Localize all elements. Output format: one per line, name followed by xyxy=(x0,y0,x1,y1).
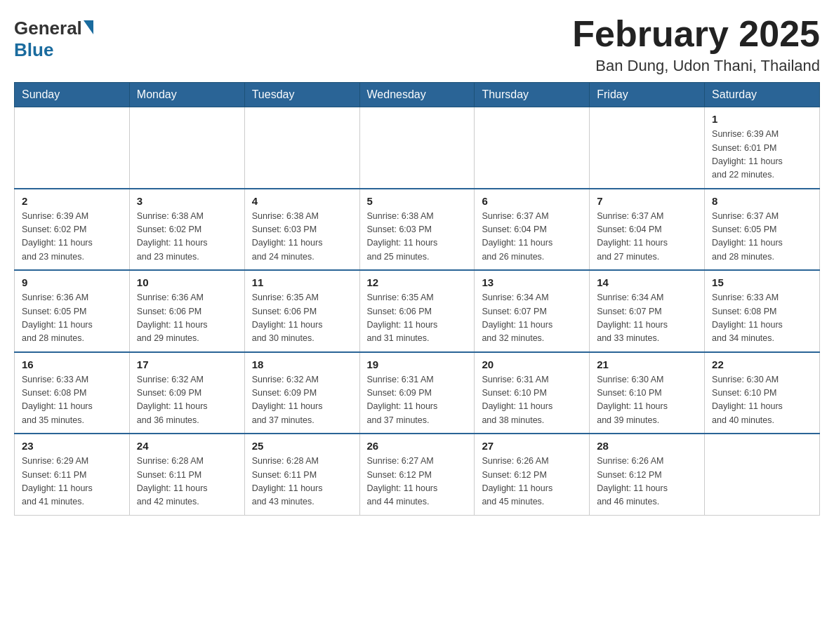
logo-general-text: General xyxy=(14,18,82,39)
table-row: 23Sunrise: 6:29 AM Sunset: 6:11 PM Dayli… xyxy=(15,434,130,515)
day-number: 18 xyxy=(252,358,352,370)
day-info: Sunrise: 6:28 AM Sunset: 6:11 PM Dayligh… xyxy=(252,455,352,509)
table-row: 13Sunrise: 6:34 AM Sunset: 6:07 PM Dayli… xyxy=(475,270,590,352)
day-number: 1 xyxy=(712,113,812,125)
col-saturday: Saturday xyxy=(705,83,820,107)
table-row: 17Sunrise: 6:32 AM Sunset: 6:09 PM Dayli… xyxy=(129,352,244,434)
day-number: 19 xyxy=(367,358,468,370)
table-row: 10Sunrise: 6:36 AM Sunset: 6:06 PM Dayli… xyxy=(129,270,244,352)
calendar-week-row: 9Sunrise: 6:36 AM Sunset: 6:05 PM Daylig… xyxy=(15,270,820,352)
day-number: 23 xyxy=(22,440,122,452)
day-info: Sunrise: 6:33 AM Sunset: 6:08 PM Dayligh… xyxy=(22,373,122,428)
day-info: Sunrise: 6:31 AM Sunset: 6:09 PM Dayligh… xyxy=(367,373,468,428)
table-row: 4Sunrise: 6:38 AM Sunset: 6:03 PM Daylig… xyxy=(244,189,359,271)
day-info: Sunrise: 6:32 AM Sunset: 6:09 PM Dayligh… xyxy=(137,373,237,428)
day-number: 22 xyxy=(712,358,812,370)
day-info: Sunrise: 6:35 AM Sunset: 6:06 PM Dayligh… xyxy=(252,291,352,346)
day-info: Sunrise: 6:28 AM Sunset: 6:11 PM Dayligh… xyxy=(137,455,237,509)
logo-blue-text: Blue xyxy=(14,39,93,61)
logo-arrow-icon xyxy=(84,20,93,34)
table-row: 24Sunrise: 6:28 AM Sunset: 6:11 PM Dayli… xyxy=(129,434,244,515)
table-row: 2Sunrise: 6:39 AM Sunset: 6:02 PM Daylig… xyxy=(15,189,130,271)
table-row: 20Sunrise: 6:31 AM Sunset: 6:10 PM Dayli… xyxy=(475,352,590,434)
day-info: Sunrise: 6:26 AM Sunset: 6:12 PM Dayligh… xyxy=(482,455,582,509)
table-row xyxy=(475,107,590,189)
day-info: Sunrise: 6:38 AM Sunset: 6:02 PM Dayligh… xyxy=(137,210,237,264)
day-info: Sunrise: 6:34 AM Sunset: 6:07 PM Dayligh… xyxy=(482,291,582,346)
day-info: Sunrise: 6:33 AM Sunset: 6:08 PM Dayligh… xyxy=(712,291,812,346)
table-row: 21Sunrise: 6:30 AM Sunset: 6:10 PM Dayli… xyxy=(590,352,705,434)
day-number: 6 xyxy=(482,195,582,207)
calendar-week-row: 2Sunrise: 6:39 AM Sunset: 6:02 PM Daylig… xyxy=(15,189,820,271)
table-row xyxy=(15,107,130,189)
table-row: 7Sunrise: 6:37 AM Sunset: 6:04 PM Daylig… xyxy=(590,189,705,271)
day-number: 20 xyxy=(482,358,582,370)
day-number: 25 xyxy=(252,440,352,452)
col-monday: Monday xyxy=(129,83,244,107)
day-info: Sunrise: 6:36 AM Sunset: 6:06 PM Dayligh… xyxy=(137,291,237,346)
day-number: 9 xyxy=(22,276,122,288)
logo: General Blue xyxy=(14,14,93,61)
day-number: 4 xyxy=(252,195,352,207)
day-number: 24 xyxy=(137,440,237,452)
table-row xyxy=(244,107,359,189)
table-row: 3Sunrise: 6:38 AM Sunset: 6:02 PM Daylig… xyxy=(129,189,244,271)
day-number: 8 xyxy=(712,195,812,207)
table-row: 12Sunrise: 6:35 AM Sunset: 6:06 PM Dayli… xyxy=(359,270,475,352)
calendar-week-row: 1Sunrise: 6:39 AM Sunset: 6:01 PM Daylig… xyxy=(15,107,820,189)
day-info: Sunrise: 6:38 AM Sunset: 6:03 PM Dayligh… xyxy=(367,210,468,264)
table-row: 18Sunrise: 6:32 AM Sunset: 6:09 PM Dayli… xyxy=(244,352,359,434)
table-row: 14Sunrise: 6:34 AM Sunset: 6:07 PM Dayli… xyxy=(590,270,705,352)
day-info: Sunrise: 6:36 AM Sunset: 6:05 PM Dayligh… xyxy=(22,291,122,346)
table-row: 19Sunrise: 6:31 AM Sunset: 6:09 PM Dayli… xyxy=(359,352,475,434)
day-number: 2 xyxy=(22,195,122,207)
day-info: Sunrise: 6:30 AM Sunset: 6:10 PM Dayligh… xyxy=(597,373,697,428)
table-row xyxy=(129,107,244,189)
day-info: Sunrise: 6:37 AM Sunset: 6:05 PM Dayligh… xyxy=(712,210,812,264)
month-title: February 2025 xyxy=(572,14,820,54)
calendar-header-row: Sunday Monday Tuesday Wednesday Thursday… xyxy=(15,83,820,107)
table-row xyxy=(590,107,705,189)
day-number: 11 xyxy=(252,276,352,288)
day-number: 16 xyxy=(22,358,122,370)
day-number: 17 xyxy=(137,358,237,370)
col-thursday: Thursday xyxy=(475,83,590,107)
table-row: 26Sunrise: 6:27 AM Sunset: 6:12 PM Dayli… xyxy=(359,434,475,515)
table-row: 11Sunrise: 6:35 AM Sunset: 6:06 PM Dayli… xyxy=(244,270,359,352)
day-number: 10 xyxy=(137,276,237,288)
day-info: Sunrise: 6:39 AM Sunset: 6:02 PM Dayligh… xyxy=(22,210,122,264)
table-row: 8Sunrise: 6:37 AM Sunset: 6:05 PM Daylig… xyxy=(705,189,820,271)
table-row: 25Sunrise: 6:28 AM Sunset: 6:11 PM Dayli… xyxy=(244,434,359,515)
day-info: Sunrise: 6:34 AM Sunset: 6:07 PM Dayligh… xyxy=(597,291,697,346)
calendar-week-row: 16Sunrise: 6:33 AM Sunset: 6:08 PM Dayli… xyxy=(15,352,820,434)
day-number: 7 xyxy=(597,195,697,207)
col-sunday: Sunday xyxy=(15,83,130,107)
table-row: 15Sunrise: 6:33 AM Sunset: 6:08 PM Dayli… xyxy=(705,270,820,352)
day-info: Sunrise: 6:35 AM Sunset: 6:06 PM Dayligh… xyxy=(367,291,468,346)
day-info: Sunrise: 6:37 AM Sunset: 6:04 PM Dayligh… xyxy=(482,210,582,264)
day-number: 5 xyxy=(367,195,468,207)
table-row: 5Sunrise: 6:38 AM Sunset: 6:03 PM Daylig… xyxy=(359,189,475,271)
day-info: Sunrise: 6:29 AM Sunset: 6:11 PM Dayligh… xyxy=(22,455,122,509)
col-friday: Friday xyxy=(590,83,705,107)
day-info: Sunrise: 6:39 AM Sunset: 6:01 PM Dayligh… xyxy=(712,128,812,182)
day-info: Sunrise: 6:31 AM Sunset: 6:10 PM Dayligh… xyxy=(482,373,582,428)
title-area: February 2025 Ban Dung, Udon Thani, Thai… xyxy=(572,14,820,75)
table-row: 27Sunrise: 6:26 AM Sunset: 6:12 PM Dayli… xyxy=(475,434,590,515)
day-info: Sunrise: 6:27 AM Sunset: 6:12 PM Dayligh… xyxy=(367,455,468,509)
page-header: General Blue February 2025 Ban Dung, Udo… xyxy=(14,14,820,75)
day-number: 13 xyxy=(482,276,582,288)
col-tuesday: Tuesday xyxy=(244,83,359,107)
table-row: 9Sunrise: 6:36 AM Sunset: 6:05 PM Daylig… xyxy=(15,270,130,352)
day-number: 28 xyxy=(597,440,697,452)
day-number: 14 xyxy=(597,276,697,288)
table-row: 22Sunrise: 6:30 AM Sunset: 6:10 PM Dayli… xyxy=(705,352,820,434)
table-row xyxy=(705,434,820,515)
day-number: 12 xyxy=(367,276,468,288)
day-info: Sunrise: 6:37 AM Sunset: 6:04 PM Dayligh… xyxy=(597,210,697,264)
col-wednesday: Wednesday xyxy=(359,83,475,107)
table-row: 16Sunrise: 6:33 AM Sunset: 6:08 PM Dayli… xyxy=(15,352,130,434)
location-title: Ban Dung, Udon Thani, Thailand xyxy=(572,57,820,75)
day-info: Sunrise: 6:26 AM Sunset: 6:12 PM Dayligh… xyxy=(597,455,697,509)
day-info: Sunrise: 6:30 AM Sunset: 6:10 PM Dayligh… xyxy=(712,373,812,428)
